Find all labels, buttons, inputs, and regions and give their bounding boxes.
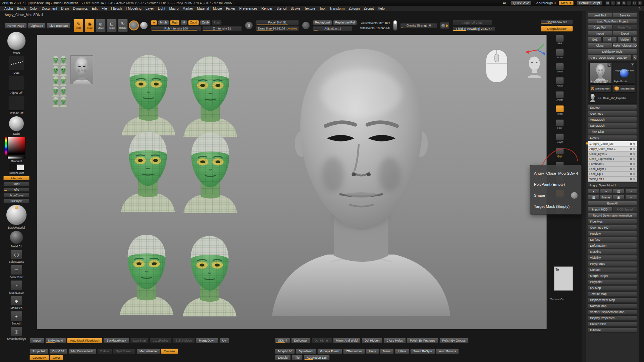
- layer-row[interactable]: Wink_Left 1: [588, 177, 637, 182]
- section-deformation[interactable]: Deformation: [588, 243, 637, 248]
- grid-icon[interactable]: ▤: [605, 1, 610, 5]
- split-icon[interactable]: ◨: [616, 1, 621, 5]
- mrgb-button[interactable]: Mrgb: [158, 20, 169, 25]
- mini-head-thumb[interactable]: [52, 86, 59, 97]
- bb-delete-button[interactable]: Delete: [97, 349, 112, 354]
- rgb-button[interactable]: Rgb: [170, 20, 180, 25]
- camera-icon[interactable]: [440, 22, 449, 29]
- layer-record-icon[interactable]: [633, 148, 635, 150]
- zsub-button[interactable]: Zsub: [200, 20, 211, 25]
- strip-scroll[interactable]: Scroll: [556, 49, 564, 59]
- layer-duplicate-button[interactable]: ▤: [613, 189, 625, 194]
- section-subtool[interactable]: Subtool: [588, 105, 637, 110]
- tp-goz-button[interactable]: GoZ: [588, 37, 602, 42]
- accucurve-button[interactable]: AccuCurve: [3, 193, 30, 197]
- deep-shadow-button[interactable]: DeepShadow: [541, 26, 573, 32]
- section-preview[interactable]: Preview: [588, 231, 637, 236]
- menu-zplugin[interactable]: Zplugin: [347, 6, 361, 11]
- section-layers[interactable]: Layers: [588, 135, 637, 140]
- bb-auto-groups-button[interactable]: Auto Groups: [436, 349, 459, 354]
- menu-stencil[interactable]: Stencil: [275, 6, 288, 11]
- strip-zoom[interactable]: Zoom: [556, 63, 564, 73]
- sidebar-item-blur-0[interactable]: Blur 0: [3, 182, 30, 186]
- layer-visibility-icon[interactable]: [630, 158, 632, 160]
- bb-split-screen-button[interactable]: Split Screen: [113, 349, 136, 354]
- panel-collapse-handle[interactable]: «: [582, 5, 586, 362]
- fillobject-button[interactable]: FillObject: [3, 199, 30, 203]
- bb-import-button[interactable]: Import: [30, 338, 44, 343]
- menu-transform[interactable]: Transform: [328, 6, 346, 11]
- layer-row[interactable]: Deep_Expression 1: [588, 157, 637, 162]
- layer-visibility-icon[interactable]: [630, 173, 632, 175]
- section-arraymesh[interactable]: ArrayMesh: [588, 117, 637, 122]
- bb-mirror-and-weld-button[interactable]: Mirror And Weld: [333, 338, 361, 343]
- color-picker[interactable]: [7, 137, 25, 155]
- sidebar-item-move[interactable]: Move: [7, 32, 26, 54]
- menu-macro[interactable]: Macro: [167, 6, 180, 11]
- layer-row[interactable]: Look_Right 1: [588, 167, 637, 172]
- mini-head-thumb[interactable]: [60, 55, 67, 65]
- maximize-icon[interactable]: ▢: [632, 1, 637, 5]
- sidebar-item-gradient[interactable]: Gradient: [7, 137, 25, 163]
- menu-stroke[interactable]: Stroke: [289, 6, 302, 11]
- menu-refresh-icon[interactable]: ↻: [639, 7, 641, 10]
- menu-material[interactable]: Material: [195, 6, 211, 11]
- menu-i-brush[interactable]: I-Brush: [109, 6, 123, 11]
- popup-item-target-mask-empty[interactable]: Target Mask (Empty): [530, 201, 581, 212]
- focal-shift-slider[interactable]: Focal Shift 51: [256, 20, 299, 25]
- bb-lazyradius-button[interactable]: LazyRadius: [150, 338, 171, 343]
- strip-l-sym[interactable]: L.Sym: [556, 133, 564, 143]
- tp-paste-tool-button[interactable]: Paste Tool: [613, 25, 637, 30]
- rf-0-slider[interactable]: Rf 0: [3, 187, 30, 192]
- sidebar-item-dots[interactable]: Dots: [9, 56, 24, 74]
- popup-item-angry-close-mou-sdiv-4[interactable]: Angry_Close_Mou SDiv 4: [530, 168, 581, 179]
- sidebar-item-metal-01[interactable]: Metal 01: [10, 231, 23, 248]
- tp-clone-button[interactable]: Clone: [588, 43, 612, 48]
- bb-auto-mask-fibermesh-button[interactable]: Auto Mask FiberMesh: [67, 338, 103, 343]
- menu-render[interactable]: Render: [260, 6, 274, 11]
- menus-button[interactable]: Menus: [559, 1, 574, 5]
- replay-last-button[interactable]: ReplayLast: [313, 20, 332, 25]
- bb-uv-button[interactable]: Uv: [219, 338, 229, 343]
- tp-export-button[interactable]: Export: [613, 31, 637, 36]
- sidebar-item-selectrect[interactable]: ▭SelectRect: [9, 265, 23, 279]
- minimize-icon[interactable]: –: [627, 1, 631, 5]
- mini-head-thumb[interactable]: [60, 97, 67, 107]
- draw-button[interactable]: ◉Draw: [85, 19, 95, 32]
- z-intensity-slider[interactable]: Z Intensity 51: [202, 26, 242, 31]
- texture-toggle-label[interactable]: Texture On: [550, 298, 564, 301]
- bb-colorize-button[interactable]: Colorize: [161, 349, 178, 354]
- section-displacement-map[interactable]: Displacement Map: [588, 297, 637, 302]
- mini-head-thumb[interactable]: [60, 66, 67, 76]
- edit-button[interactable]: ✎Edit: [73, 19, 84, 32]
- menu-dynamics[interactable]: Dynamics: [71, 6, 90, 11]
- brush-preview-icon[interactable]: [129, 20, 139, 31]
- bb-close-holes-button[interactable]: Close Holes: [383, 338, 406, 343]
- sidebar-item-selectlasso[interactable]: ◯SelectLasso: [9, 249, 24, 263]
- mini-head-thumb[interactable]: [52, 66, 59, 76]
- layer-record-icon[interactable]: [633, 158, 635, 160]
- mini-head-thumb[interactable]: [60, 76, 67, 86]
- live-boolean-button[interactable]: Live Boolean: [47, 23, 70, 28]
- stroke-preview-icon[interactable]: [140, 21, 148, 29]
- sidebar-item-switchcolor[interactable]: SwitchColor: [9, 164, 24, 175]
- record-deformation-button[interactable]: Record Deformation Animation: [588, 213, 637, 218]
- bb-del-lower-button[interactable]: Del Lower: [291, 338, 311, 343]
- rgb-intensity-slider[interactable]: Rgb Intensity 100: [151, 26, 201, 31]
- sidebar-item-smooth[interactable]: ●Smooth: [10, 311, 22, 325]
- menu-preferences[interactable]: Preferences: [237, 6, 259, 11]
- section-unified-skin[interactable]: Unified Skin: [588, 321, 637, 326]
- bb-projectall-button[interactable]: ProjectAll: [30, 349, 48, 354]
- orientation-gizmo[interactable]: [524, 41, 547, 79]
- layer-visibility-icon[interactable]: [630, 163, 632, 165]
- layer-row[interactable]: Angry_Open_Mout 1: [588, 146, 637, 152]
- strip-aahalf[interactable]: AAHalf: [556, 91, 564, 101]
- section-thick-skin[interactable]: Thick Skin: [588, 129, 637, 134]
- mini-head-thumb[interactable]: [52, 55, 59, 65]
- section-texture-map[interactable]: Texture Map: [588, 291, 637, 296]
- active-layer-slider[interactable]: Angry_Open_Mout 1: [588, 183, 637, 188]
- menu-layer[interactable]: Layer: [144, 6, 156, 11]
- layer-record-icon[interactable]: [633, 178, 635, 180]
- tp-visible-button[interactable]: Visible: [618, 37, 632, 42]
- bb-split-hidden-button[interactable]: Split Hidden: [173, 338, 195, 343]
